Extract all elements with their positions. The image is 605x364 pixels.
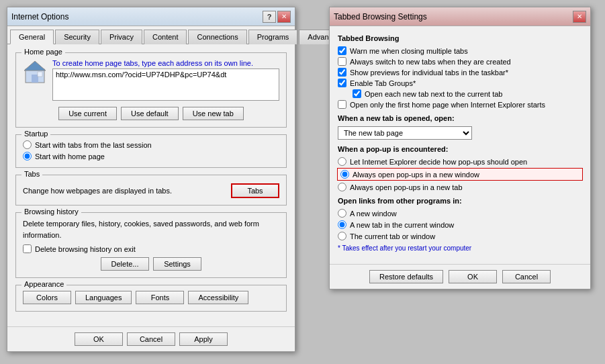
startup-option2[interactable]: Start with home page — [23, 152, 279, 161]
cb-first-home-page[interactable]: Open only the first home page when Inter… — [338, 100, 582, 109]
home-page-description: To create home page tabs, type each addr… — [52, 58, 279, 69]
popup-label: When a pop-up is encountered: — [338, 145, 582, 153]
cb-enable-tab-groups[interactable]: Enable Tab Groups* — [338, 79, 582, 87]
new-tab-select-row: The new tab page Your first home page Th… — [338, 126, 582, 140]
note-text: * Takes effect after you restart your co… — [338, 244, 582, 252]
ok-button[interactable]: OK — [75, 332, 123, 346]
home-page-label: Home page — [21, 48, 65, 56]
popup-option1[interactable]: Let Internet Explorer decide how pop-ups… — [338, 157, 582, 166]
cb-open-next-to[interactable]: Open each new tab next to the current ta… — [353, 89, 582, 98]
popup-radio3[interactable] — [338, 183, 346, 191]
startup-radio1[interactable] — [23, 140, 32, 149]
use-new-tab-button[interactable]: Use new tab — [183, 107, 244, 120]
tabs-group-label: Tabs — [21, 170, 42, 178]
apply-button[interactable]: Apply — [179, 332, 228, 346]
popup-radio2[interactable] — [340, 170, 349, 179]
startup-group: Startup Start with tabs from the last se… — [15, 134, 287, 168]
svg-rect-3 — [38, 72, 42, 77]
link-option3[interactable]: The current tab or window — [338, 232, 582, 240]
svg-marker-1 — [24, 61, 46, 71]
cancel-button[interactable]: Cancel — [127, 332, 175, 346]
tabbed-browsing-titlebar: Tabbed Browsing Settings ✕ — [330, 7, 590, 26]
new-tab-select[interactable]: The new tab page Your first home page Th… — [338, 126, 472, 140]
tb-close-button[interactable]: ✕ — [573, 11, 586, 23]
link-radio3[interactable] — [338, 232, 346, 240]
fonts-button[interactable]: Fonts — [136, 291, 184, 304]
tab-connections[interactable]: Connections — [188, 30, 246, 44]
startup-label: Startup — [21, 130, 50, 138]
tab-security[interactable]: Security — [55, 30, 99, 44]
home-page-row: To create home page tabs, type each addr… — [23, 58, 279, 103]
restore-defaults-button[interactable]: Restore defaults — [369, 270, 443, 283]
tabs-description: Change how webpages are displayed in tab… — [23, 187, 172, 195]
accessibility-button[interactable]: Accessibility — [188, 291, 248, 304]
popup-radio1[interactable] — [338, 157, 346, 166]
delete-on-exit-input[interactable] — [23, 244, 32, 253]
startup-radio2[interactable] — [23, 152, 32, 161]
use-current-button[interactable]: Use current — [58, 107, 117, 120]
tab-content[interactable]: Content — [144, 30, 187, 44]
history-buttons: Delete... Settings — [23, 257, 279, 271]
history-description: Delete temporary files, history, cookies… — [23, 218, 279, 240]
home-icon — [23, 60, 47, 84]
startup-radio-group: Start with tabs from the last session St… — [23, 140, 279, 161]
open-links-label: Open links from other programs in: — [338, 197, 582, 205]
browsing-history-group: Browsing history Delete temporary files,… — [15, 212, 287, 278]
tb-footer: Restore defaults OK Cancel — [330, 264, 590, 289]
tab-programs[interactable]: Programs — [248, 30, 298, 44]
link-option2[interactable]: A new tab in the current window — [338, 220, 582, 229]
link-radio2[interactable] — [338, 220, 346, 229]
dialog-content: Home page To create home page tabs, type… — [7, 44, 295, 326]
tabbed-browsing-title: Tabbed Browsing Settings — [334, 12, 427, 21]
url-textarea[interactable] — [52, 69, 279, 101]
popup-radio-group: Let Internet Explorer decide how pop-ups… — [338, 157, 582, 191]
tb-titlebar-buttons: ✕ — [573, 11, 586, 23]
cb-warn-closing[interactable]: Warn me when closing multiple tabs — [338, 46, 582, 55]
link-radio1[interactable] — [338, 209, 346, 218]
appearance-label: Appearance — [21, 280, 66, 288]
tb-cancel-button[interactable]: Cancel — [502, 270, 551, 283]
cb-switch-input[interactable] — [338, 57, 346, 66]
delete-button[interactable]: Delete... — [101, 257, 149, 271]
link-radio-group: A new window A new tab in the current wi… — [338, 209, 582, 240]
appearance-row: Colors Languages Fonts Accessibility — [23, 291, 279, 304]
tb-ok-button[interactable]: OK — [449, 270, 497, 283]
languages-button[interactable]: Languages — [75, 291, 132, 304]
tab-general[interactable]: General — [10, 30, 54, 44]
colors-button[interactable]: Colors — [23, 291, 71, 304]
use-default-button[interactable]: Use default — [121, 107, 179, 120]
tb-dialog-content: Tabbed Browsing Warn me when closing mul… — [330, 26, 590, 260]
internet-options-dialog: Internet Options ? ✕ General Security Pr… — [7, 7, 295, 352]
internet-options-titlebar: Internet Options ? ✕ — [7, 7, 295, 26]
appearance-group: Appearance Colors Languages Fonts Access… — [15, 285, 287, 312]
startup-option1[interactable]: Start with tabs from the last session — [23, 140, 279, 149]
tabs-button[interactable]: Tabs — [231, 183, 279, 198]
tabbed-browsing-checkboxes: Warn me when closing multiple tabs Alway… — [338, 46, 582, 109]
help-button[interactable]: ? — [263, 11, 276, 23]
home-page-group: Home page To create home page tabs, type… — [15, 52, 287, 128]
tabs-group: Tabs Change how webpages are displayed i… — [15, 175, 287, 206]
tabbed-browsing-section-header: Tabbed Browsing — [338, 34, 582, 42]
new-tab-label: When a new tab is opened, open: — [338, 114, 582, 122]
cb-warn-closing-input[interactable] — [338, 46, 346, 55]
cb-tab-groups-input[interactable] — [338, 79, 346, 87]
tabs-bar: General Security Privacy Content Connect… — [7, 26, 295, 44]
titlebar-buttons: ? ✕ — [263, 11, 291, 23]
cb-show-previews[interactable]: Show previews for individual tabs in the… — [338, 68, 582, 77]
tabs-section-row: Change how webpages are displayed in tab… — [23, 183, 279, 198]
cb-first-home-input[interactable] — [338, 100, 346, 109]
tabbed-browsing-dialog: Tabbed Browsing Settings ✕ Tabbed Browsi… — [329, 7, 591, 289]
cb-switch-new-tabs[interactable]: Always switch to new tabs when they are … — [338, 57, 582, 66]
delete-on-exit-checkbox[interactable]: Delete browsing history on exit — [23, 244, 279, 253]
browsing-history-label: Browsing history — [21, 208, 81, 216]
settings-button[interactable]: Settings — [153, 257, 201, 271]
cb-previews-input[interactable] — [338, 68, 346, 77]
internet-options-footer: OK Cancel Apply — [7, 326, 295, 351]
tab-privacy[interactable]: Privacy — [101, 30, 142, 44]
home-page-buttons: Use current Use default Use new tab — [23, 107, 279, 120]
link-option1[interactable]: A new window — [338, 209, 582, 218]
close-button[interactable]: ✕ — [277, 11, 291, 23]
cb-open-next-input[interactable] — [353, 89, 361, 98]
popup-option3[interactable]: Always open pop-ups in a new tab — [338, 183, 582, 191]
popup-option2[interactable]: Always open pop-ups in a new window — [338, 169, 582, 180]
